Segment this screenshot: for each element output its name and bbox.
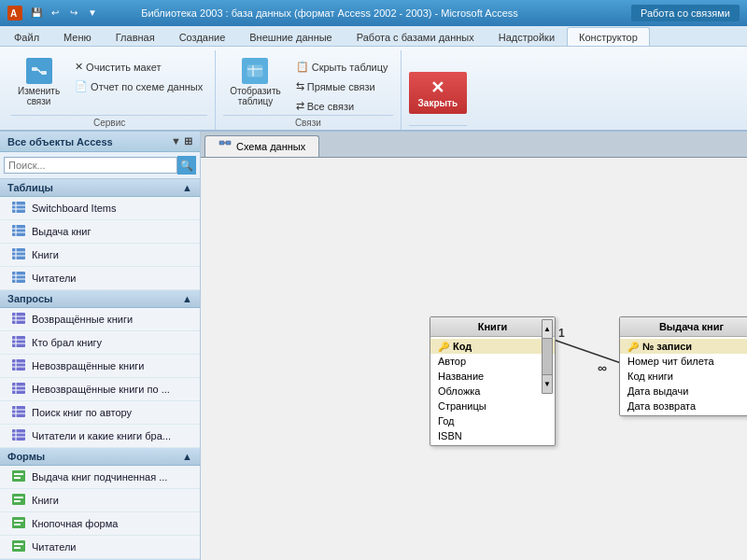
search-input[interactable] (4, 157, 177, 174)
tab-external[interactable]: Внешние данные (237, 27, 344, 46)
field-knigi-nazvanie: Название (430, 369, 555, 384)
schema-tab-icon (218, 139, 232, 154)
tab-file[interactable]: Файл (2, 27, 51, 46)
show-table-icon (242, 58, 268, 84)
tab-bar: Схема данных (201, 132, 747, 158)
all-icon: ⇄ (296, 100, 304, 112)
svg-line-63 (554, 340, 621, 363)
field-knigi-stranitsy: Страницы (430, 399, 555, 413)
hide-table-button[interactable]: 📋 Скрыть таблицу (291, 58, 393, 76)
clear-layout-label: Очистить макет (86, 62, 161, 73)
service-group-content: Изменитьсвязи ✕ Очистить макет 📄 Отчет п… (11, 50, 207, 115)
change-links-button[interactable]: Изменитьсвязи (11, 54, 66, 110)
svg-rect-24 (12, 313, 25, 324)
sidebar-item-f2[interactable]: Книги (0, 489, 200, 512)
q6-label: Читатели и какие книги бра... (32, 430, 171, 441)
query-icon-q1 (11, 311, 26, 328)
links-group-content: Отобразитьтаблицу 📋 Скрыть таблицу ⇆ Пря… (223, 50, 392, 115)
tab-addons[interactable]: Надстройки (486, 27, 567, 46)
chitateli-table-label: Читатели (32, 273, 77, 284)
ribbon: Изменитьсвязи ✕ Очистить макет 📄 Отчет п… (0, 47, 747, 132)
field-knigi-avtor: Автор (430, 354, 555, 369)
tab-create[interactable]: Создание (167, 27, 238, 46)
svg-rect-2 (32, 67, 37, 71)
hide-table-label: Скрыть таблицу (312, 62, 388, 73)
sidebar-item-vydacha[interactable]: Выдача книг (0, 220, 200, 244)
qa-redo[interactable]: ↪ (65, 4, 82, 21)
change-links-label: Изменитьсвязи (18, 86, 60, 106)
q3-label: Невозвращённые книги (32, 360, 144, 371)
show-table-button[interactable]: Отобразитьтаблицу (223, 54, 288, 110)
table-knigi[interactable]: Книги ▲ ▼ 🔑 Код Автор Название (430, 316, 556, 446)
form-icon-f4 (11, 539, 26, 555)
field-vydacha-datavozv: Дата возврата (620, 399, 747, 413)
sidebar-item-knigi[interactable]: Книги (0, 244, 200, 267)
svg-rect-56 (14, 524, 21, 525)
schema-area[interactable]: 1 ∞ 1 ∞ Книги ▲ ▼ (201, 158, 747, 560)
ribbon-group-links: Отобразитьтаблицу 📋 Скрыть таблицу ⇆ Пря… (216, 50, 401, 130)
close-icon: ✕ (430, 77, 444, 98)
sidebar-item-f4[interactable]: Читатели (0, 536, 200, 559)
section-header-queries[interactable]: Запросы ▲ (0, 290, 200, 308)
content-area: Схема данных 1 ∞ 1 ∞ (201, 132, 747, 560)
svg-rect-54 (12, 517, 25, 528)
tab-menu[interactable]: Меню (51, 27, 104, 46)
table-vydacha-body: 🔑 № записи Номер чит билета Код книги Да… (620, 337, 747, 415)
direct-links-button[interactable]: ⇆ Прямые связи (291, 77, 393, 95)
tab-home[interactable]: Главная (104, 27, 167, 46)
sidebar-item-q3[interactable]: Невозвращённые книги (0, 355, 200, 378)
queries-section-label: Запросы (7, 293, 52, 304)
sidebar-options-icon[interactable]: ⊞ (184, 135, 192, 147)
clear-layout-button[interactable]: ✕ Очистить макет (70, 58, 207, 76)
svg-rect-60 (219, 141, 224, 145)
close-schema-button[interactable]: ✕ Закрыть (409, 72, 468, 114)
sidebar-item-f3[interactable]: Кнопочная форма (0, 512, 200, 536)
sidebar-item-switchboard[interactable]: Switchboard Items (0, 197, 200, 220)
field-vydacha-kodknigi: Код книги (620, 369, 747, 384)
f2-label: Книги (32, 495, 59, 506)
table-icon-knigi (11, 246, 26, 263)
svg-rect-20 (12, 272, 25, 283)
svg-rect-32 (12, 359, 25, 371)
schema-tab-label: Схема данных (236, 141, 305, 152)
knigi-label: Книги (32, 249, 59, 260)
query-icon-q3 (11, 357, 26, 374)
qa-dropdown[interactable]: ▼ (84, 4, 101, 21)
query-icon-q6 (11, 427, 26, 444)
f4-label: Читатели (32, 541, 77, 553)
query-icon-q5 (11, 404, 26, 421)
svg-text:∞: ∞ (598, 360, 607, 375)
tab-db-tools[interactable]: Работа с базами данных (345, 27, 486, 46)
all-links-button[interactable]: ⇄ Все связи (291, 97, 393, 115)
svg-rect-28 (12, 336, 25, 347)
sidebar-item-q2[interactable]: Кто брал книгу (0, 331, 200, 355)
switchboard-label: Switchboard Items (32, 203, 116, 214)
search-button[interactable]: 🔍 (177, 156, 196, 175)
schema-tab[interactable]: Схема данных (204, 135, 319, 157)
svg-rect-55 (14, 520, 23, 522)
section-header-forms[interactable]: Формы ▲ (0, 448, 200, 466)
table-icon-switchboard (11, 200, 26, 217)
sidebar-item-f1[interactable]: Выдача книг подчиненная ... (0, 466, 200, 489)
sidebar-item-chitateli-table[interactable]: Читатели (0, 267, 200, 290)
sidebar-chevron-icon[interactable]: ▼ (171, 135, 181, 147)
tab-constructor[interactable]: Конструктор (567, 27, 650, 46)
table-knigi-header: Книги ▲ ▼ (430, 317, 555, 337)
form-icon-f2 (11, 492, 26, 509)
qa-undo[interactable]: ↩ (47, 4, 63, 21)
section-header-tables[interactable]: Таблицы ▲ (0, 179, 200, 197)
sidebar-header: Все объекты Access ▼ ⊞ (0, 132, 200, 152)
schema-report-button[interactable]: 📄 Отчет по схеме данных (70, 77, 207, 95)
table-vydacha[interactable]: Выдача книг 🔑 № записи Номер чит билета … (619, 316, 747, 416)
table-vydacha-title: Выдача книг (659, 321, 724, 332)
sidebar-item-q1[interactable]: Возвращённые книги (0, 308, 200, 331)
svg-rect-36 (12, 383, 25, 394)
search-bar: 🔍 (0, 152, 200, 179)
svg-rect-59 (14, 547, 21, 549)
qa-save[interactable]: 💾 (28, 4, 45, 21)
table-vydacha-header: Выдача книг (620, 317, 747, 337)
change-links-icon (26, 58, 52, 84)
sidebar-item-q6[interactable]: Читатели и какие книги бра... (0, 425, 200, 448)
sidebar-item-q5[interactable]: Поиск книг по автору (0, 401, 200, 425)
sidebar-item-q4[interactable]: Невозвращённые книги по ... (0, 378, 200, 401)
